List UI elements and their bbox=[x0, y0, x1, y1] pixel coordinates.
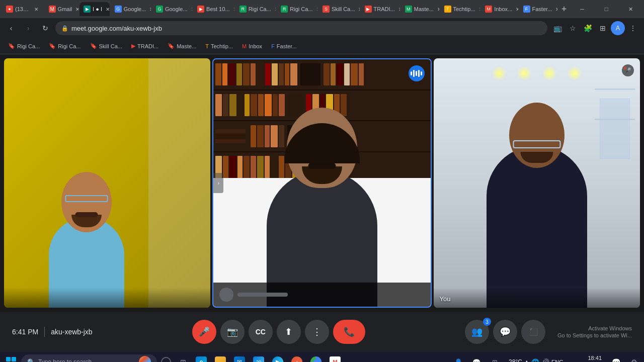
tab-best10[interactable]: ▶ Best 10... ✕ bbox=[193, 2, 234, 16]
url-input[interactable]: 🔒 meet.google.com/aku-xewb-jxb bbox=[55, 21, 547, 35]
maximize-button[interactable]: □ bbox=[595, 0, 618, 18]
volume-icon[interactable]: 🔊 bbox=[541, 358, 549, 363]
bookmark-faster[interactable]: F Faster... bbox=[267, 40, 300, 52]
minimize-button[interactable]: ─ bbox=[571, 0, 594, 18]
video-tile-right: 🎤 ✕ You bbox=[434, 58, 640, 308]
tab-rigi2-close[interactable]: ✕ bbox=[315, 6, 317, 13]
participants-button[interactable]: 👥 3 bbox=[465, 320, 489, 344]
cortana-button[interactable] bbox=[158, 354, 174, 362]
bookmark-icon[interactable]: ☆ bbox=[566, 21, 580, 35]
taskbar-app-mail[interactable]: ✉ bbox=[230, 353, 249, 362]
close-button[interactable]: ✕ bbox=[619, 0, 642, 18]
task-view-button[interactable]: ⊞ bbox=[175, 354, 191, 362]
video-left-inner bbox=[4, 58, 210, 308]
video-tile-left bbox=[4, 58, 210, 308]
new-tab-button[interactable]: + bbox=[558, 2, 570, 16]
music-icon: ♪ bbox=[291, 356, 302, 362]
up-arrow-icon[interactable]: ∧ bbox=[524, 358, 529, 363]
bookmark-skill[interactable]: 🔖 Skill Ca... bbox=[86, 40, 126, 52]
tab-rigi1[interactable]: R Rigi Ca... ✕ bbox=[235, 2, 276, 16]
tab-techtip[interactable]: T Techtip... ✕ bbox=[440, 2, 480, 16]
chrome-icon bbox=[310, 356, 321, 362]
tab-tradi-close[interactable]: ✕ bbox=[397, 6, 400, 13]
taskbar-app-explorer[interactable] bbox=[211, 353, 229, 362]
taskbar-app-gmail[interactable]: M bbox=[326, 353, 344, 362]
activities-button[interactable]: ⬛ bbox=[521, 320, 545, 344]
taskbar-people-button[interactable]: 👤 bbox=[450, 354, 466, 362]
tab-tradi[interactable]: ▶ TRADI... ✕ bbox=[361, 2, 400, 16]
more-options-button[interactable]: ⋮ bbox=[305, 320, 329, 344]
tab-1[interactable]: ● (136) W... ✕ bbox=[2, 2, 44, 16]
participant-count-badge: 3 bbox=[483, 318, 491, 326]
taskbar-app-store[interactable]: ▶ bbox=[269, 353, 287, 362]
tab-rigi2[interactable]: R Rigi Ca... ✕ bbox=[277, 2, 317, 16]
bookmark-inbox[interactable]: M Inbox bbox=[238, 40, 266, 52]
present-button[interactable]: ⬆ bbox=[277, 320, 301, 344]
tab-google1-close[interactable]: ✕ bbox=[148, 6, 151, 13]
extensions-icon[interactable]: 🧩 bbox=[581, 21, 595, 35]
tab-master-close[interactable]: ✕ bbox=[436, 6, 439, 13]
tab-inbox[interactable]: M Inbox... ✕ bbox=[481, 2, 518, 16]
left-person-head bbox=[61, 172, 112, 232]
back-button[interactable]: ‹ bbox=[4, 21, 18, 35]
user-icon[interactable]: A bbox=[611, 21, 625, 35]
tab-techtip-close[interactable]: ✕ bbox=[477, 6, 480, 13]
tab-1-close[interactable]: ✕ bbox=[33, 6, 40, 13]
tab-master[interactable]: M Maste... ✕ bbox=[401, 2, 439, 16]
expand-button[interactable]: › bbox=[213, 173, 223, 193]
taskbar-app-edge[interactable]: e bbox=[192, 353, 210, 362]
tab-faster[interactable]: F Faster... ✕ bbox=[519, 2, 557, 16]
forward-button[interactable]: › bbox=[21, 21, 35, 35]
taskbar-app-chrome[interactable] bbox=[307, 353, 325, 362]
end-call-button[interactable]: 📞 bbox=[333, 320, 365, 344]
controls-center: 🎤 📷 CC ⬆ ⋮ 📞 bbox=[192, 320, 365, 344]
tab-faster-close[interactable]: ✕ bbox=[554, 6, 557, 13]
taskbar-chat-button[interactable]: 💬 bbox=[468, 354, 485, 362]
tab-google2-close[interactable]: ✕ bbox=[190, 6, 193, 13]
tab-gmail[interactable]: M Gmail ✕ bbox=[45, 2, 79, 16]
bookmark-rigi2[interactable]: 🔖 Rigi Ca... bbox=[45, 40, 85, 52]
taskbar-chat-icon: 💬 bbox=[472, 358, 480, 363]
left-glasses bbox=[65, 195, 108, 202]
light-1 bbox=[492, 66, 507, 81]
wave-bars bbox=[411, 70, 422, 77]
mic-icon: 🎤 bbox=[199, 326, 210, 337]
split-view-icon[interactable]: ⊞ bbox=[596, 21, 610, 35]
tab-skill[interactable]: S Skill Ca... ✕ bbox=[318, 2, 360, 16]
cast-icon[interactable]: 📺 bbox=[550, 21, 565, 35]
notification-center-button[interactable]: 💬 bbox=[608, 354, 624, 362]
bookmark-techtip[interactable]: T Techtip... bbox=[201, 40, 237, 52]
taskbar-app-music[interactable]: ♪ bbox=[288, 353, 306, 362]
settings-shortcut[interactable]: ⚙ bbox=[626, 354, 642, 362]
tab-gmail-close[interactable]: ✕ bbox=[74, 6, 78, 13]
tab-meet[interactable]: ▶ I ● I ✕ bbox=[79, 2, 110, 16]
chat-button[interactable]: 💬 bbox=[493, 320, 517, 344]
taskbar-widgets-button[interactable]: ⊞ bbox=[487, 354, 503, 362]
bookmark-master[interactable]: 🔖 Maste... bbox=[164, 40, 200, 52]
tab-google2[interactable]: G Google... ✕ bbox=[152, 2, 192, 16]
menu-button[interactable]: ⋮ bbox=[626, 21, 640, 35]
tab-google1[interactable]: G Google... ✕ bbox=[111, 2, 151, 16]
tab-best10-close[interactable]: ✕ bbox=[232, 6, 234, 13]
captions-button[interactable]: CC bbox=[249, 320, 273, 344]
video-center-inner bbox=[213, 59, 430, 307]
reload-button[interactable]: ↻ bbox=[38, 21, 52, 35]
camera-button[interactable]: 📷 bbox=[220, 320, 245, 344]
tab-rigi1-close[interactable]: ✕ bbox=[273, 6, 276, 13]
taskbar-widgets-icon: ⊞ bbox=[492, 358, 498, 363]
start-button[interactable] bbox=[2, 353, 20, 362]
bookmark-trading[interactable]: ▶ TRADI... bbox=[127, 40, 163, 52]
clock-area[interactable]: 18:41 20-09-2022 bbox=[570, 354, 606, 362]
tab-inbox-close[interactable]: ✕ bbox=[514, 6, 518, 13]
url-text: meet.google.com/aku-xewb-jxb bbox=[71, 25, 162, 32]
tab-meet-close[interactable]: ✕ bbox=[104, 6, 110, 13]
notification-icon: 💬 bbox=[612, 358, 620, 362]
task-view-icon: ⊞ bbox=[180, 358, 186, 362]
bookmark-rigi1[interactable]: 🔖 Rigi Ca... bbox=[4, 40, 44, 52]
tab-skill-close[interactable]: ✕ bbox=[357, 6, 359, 13]
taskbar-search-bar[interactable]: 🔍 Type here to search bbox=[21, 354, 157, 362]
mic-button[interactable]: 🎤 bbox=[192, 320, 216, 344]
windows-taskbar: 🔍 Type here to search ⊞ e ✉ 20 ▶ ♪ M bbox=[0, 352, 644, 362]
left-tile-overlay bbox=[4, 288, 210, 308]
taskbar-app-calendar[interactable]: 20 bbox=[250, 353, 268, 362]
